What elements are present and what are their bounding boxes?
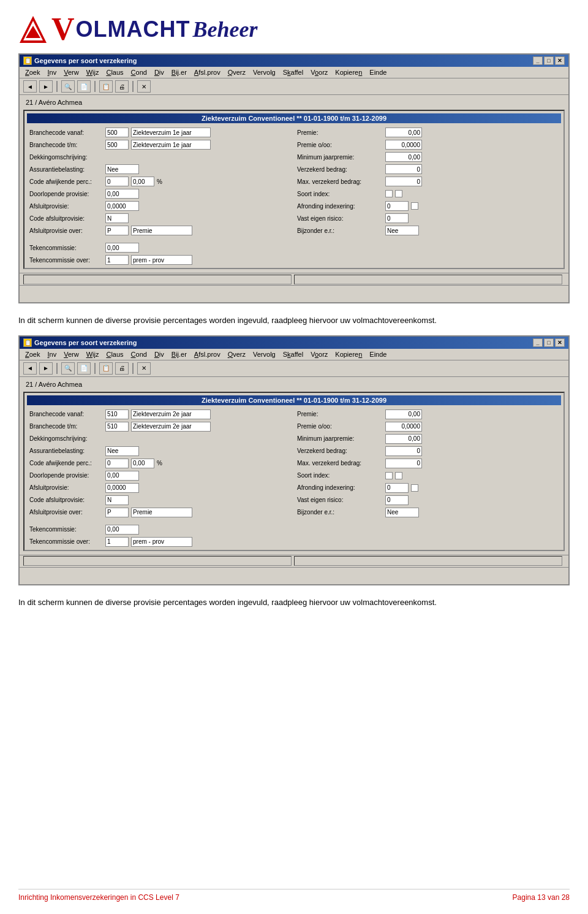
toolbar-back[interactable]: ◄ (23, 80, 37, 93)
window2-minimize-button[interactable]: _ (533, 338, 543, 347)
menu-wijz[interactable]: Wijz (83, 68, 102, 77)
toolbar-search[interactable]: 🔍 (61, 80, 75, 93)
w2-menu-afslprov[interactable]: Afsl.prov (191, 350, 224, 359)
w2-code-afwijkende-input2[interactable] (131, 459, 154, 468)
verzekerd-bedrag-input[interactable] (385, 164, 422, 174)
afsluitprovisie-over-input2[interactable] (131, 226, 192, 235)
minimize-button[interactable]: _ (533, 56, 543, 65)
code-afwijkende-input2[interactable] (131, 177, 154, 186)
w2-menu-einde[interactable]: Einde (366, 350, 390, 359)
w2-menu-qverz[interactable]: Qverz (225, 350, 249, 359)
soort-index-checkbox2[interactable] (395, 190, 402, 197)
w2-afsluitprovisie-over-input2[interactable] (131, 508, 192, 517)
branchecode-tm-desc-input[interactable] (131, 140, 211, 150)
code-afsluitprovisie-input[interactable] (105, 213, 129, 223)
w2-menu-verw[interactable]: Verw (61, 350, 81, 359)
menu-cond[interactable]: Cond (128, 68, 150, 77)
afsluitprovisie-over-input1[interactable] (105, 226, 129, 235)
afronding-checkbox[interactable] (411, 202, 418, 210)
tekencommissie-input[interactable] (105, 243, 139, 253)
toolbar-print[interactable]: 🖨 (115, 80, 129, 93)
w2-toolbar-doc[interactable]: 📄 (77, 362, 91, 375)
minimum-jaarpremie-input[interactable] (385, 152, 422, 162)
w2-branchecode-vanaf-input[interactable] (105, 409, 129, 419)
bijzonder-er-input[interactable] (385, 226, 419, 235)
w2-afronding-indexering-input[interactable] (385, 483, 409, 493)
premie-ooo-input[interactable] (385, 140, 422, 150)
branchecode-tm-input[interactable] (105, 140, 129, 150)
maximize-button[interactable]: □ (544, 56, 554, 65)
menu-einde[interactable]: Einde (366, 68, 390, 77)
w2-toolbar-back[interactable]: ◄ (23, 362, 37, 375)
menu-qverz[interactable]: Qverz (225, 68, 249, 77)
w2-doorlopende-provisie-input[interactable] (105, 471, 139, 481)
afsluitprovisie-input[interactable] (105, 201, 139, 211)
tekencommissie-over-input1[interactable] (105, 255, 129, 265)
toolbar-delete[interactable]: ✕ (137, 80, 151, 93)
vast-eigen-risico-input[interactable] (385, 213, 409, 223)
w2-soort-index-checkbox2[interactable] (395, 472, 402, 479)
w2-menu-claus[interactable]: Claus (103, 350, 126, 359)
w2-premie-input[interactable] (385, 409, 422, 419)
w2-afronding-checkbox[interactable] (411, 484, 418, 492)
code-afwijkende-input1[interactable] (105, 177, 129, 186)
menu-zoek[interactable]: Zoek (22, 68, 43, 77)
menu-div[interactable]: Div (151, 68, 167, 77)
afronding-indexering-input[interactable] (385, 201, 409, 211)
premie-input[interactable] (385, 128, 422, 137)
w2-branchecode-tm-input[interactable] (105, 422, 129, 432)
w2-menu-voorz[interactable]: Voorz (307, 350, 331, 359)
menu-afslprov[interactable]: Afsl.prov (191, 68, 224, 77)
menu-vervolg[interactable]: Vervolg (250, 68, 279, 77)
w2-menu-bijer[interactable]: Bij.er (168, 350, 190, 359)
w2-menu-wijz[interactable]: Wijz (83, 350, 102, 359)
w2-tekencommissie-over-input2[interactable] (131, 537, 192, 547)
w2-afsluitprovisie-over-input1[interactable] (105, 508, 129, 517)
w2-menu-zoek[interactable]: Zoek (22, 350, 43, 359)
max-verzekerd-bedrag-input[interactable] (385, 177, 422, 186)
menu-claus[interactable]: Claus (103, 68, 126, 77)
w2-branchecode-tm-desc-input[interactable] (131, 422, 211, 432)
w2-menu-skaffel[interactable]: Skaffel (280, 350, 306, 359)
w2-premie-ooo-input[interactable] (385, 422, 422, 432)
branchecode-vanaf-input[interactable] (105, 128, 129, 137)
w2-toolbar-search[interactable]: 🔍 (61, 362, 75, 375)
w2-toolbar-copy[interactable]: 📋 (99, 362, 113, 375)
w2-max-verzekerd-bedrag-input[interactable] (385, 459, 422, 468)
w2-menu-cond[interactable]: Cond (128, 350, 150, 359)
w2-toolbar-print[interactable]: 🖨 (115, 362, 129, 375)
branchecode-vanaf-desc-input[interactable] (131, 128, 211, 137)
w2-minimum-jaarpremie-input[interactable] (385, 434, 422, 444)
menu-kopieren[interactable]: Kopieren (332, 68, 365, 77)
w2-menu-kopieren[interactable]: Kopieren (332, 350, 365, 359)
w2-bijzonder-er-input[interactable] (385, 508, 419, 517)
menu-skaffel[interactable]: Skaffel (280, 68, 306, 77)
window2-maximize-button[interactable]: □ (544, 338, 554, 347)
soort-index-checkbox[interactable] (385, 190, 393, 197)
assurantiebelasting-input[interactable] (105, 164, 139, 174)
w2-code-afwijkende-input1[interactable] (105, 459, 129, 468)
menu-verw[interactable]: Verw (61, 68, 81, 77)
toolbar-doc[interactable]: 📄 (77, 80, 91, 93)
menu-bijer[interactable]: Bij.er (168, 68, 190, 77)
w2-afsluitprovisie-input[interactable] (105, 483, 139, 493)
menu-voorz[interactable]: Voorz (307, 68, 331, 77)
w2-toolbar-delete[interactable]: ✕ (137, 362, 151, 375)
menu-inv[interactable]: Inv (44, 68, 59, 77)
close-button[interactable]: ✕ (555, 56, 565, 65)
w2-tekencommissie-input[interactable] (105, 525, 139, 535)
tekencommissie-over-input2[interactable] (131, 255, 192, 265)
toolbar-forward[interactable]: ► (39, 80, 53, 93)
w2-toolbar-forward[interactable]: ► (39, 362, 53, 375)
toolbar-copy[interactable]: 📋 (99, 80, 113, 93)
w2-soort-index-checkbox[interactable] (385, 472, 393, 479)
w2-menu-div[interactable]: Div (151, 350, 167, 359)
window2-close-button[interactable]: ✕ (555, 338, 565, 347)
w2-menu-vervolg[interactable]: Vervolg (250, 350, 279, 359)
w2-assurantiebelasting-input[interactable] (105, 446, 139, 456)
w2-verzekerd-bedrag-input[interactable] (385, 446, 422, 456)
w2-vast-eigen-risico-input[interactable] (385, 495, 409, 505)
w2-branchecode-vanaf-desc-input[interactable] (131, 409, 211, 419)
w2-code-afsluitprovisie-input[interactable] (105, 495, 129, 505)
w2-menu-inv[interactable]: Inv (44, 350, 59, 359)
